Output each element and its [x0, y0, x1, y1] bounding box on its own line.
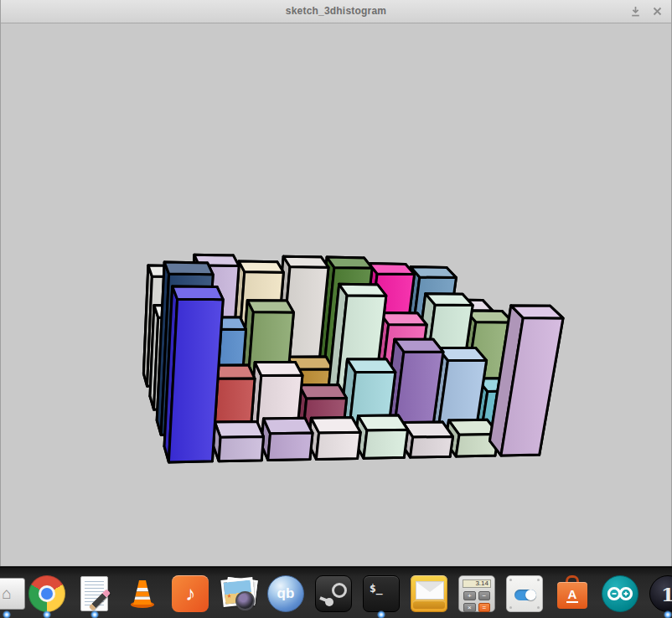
home-glyph: ⌂: [2, 585, 11, 603]
running-indicator: [43, 610, 51, 618]
multiply-key: ×: [463, 603, 476, 612]
calculator-keys: + − × =: [463, 591, 490, 608]
music-icon: ♪: [172, 575, 209, 612]
dock-item-terminal[interactable]: $_: [363, 575, 400, 612]
clipped-app-icon: 1: [649, 575, 672, 612]
software-store-icon: A: [554, 575, 591, 612]
text-editor-icon: [76, 575, 113, 612]
calculator-display: 3.14: [463, 579, 491, 588]
screw-dot: [509, 579, 512, 581]
histogram-3d: [1, 23, 671, 566]
dock-item-mail[interactable]: [411, 575, 447, 612]
equals-key: =: [478, 603, 491, 612]
screw-dot: [537, 579, 540, 581]
app-glyph: 1: [661, 583, 672, 605]
envelope-icon: [416, 581, 444, 600]
music-note-glyph: ♪: [185, 582, 195, 605]
store-letter: A: [568, 588, 577, 600]
dock-item-files[interactable]: ⌂: [0, 575, 25, 612]
qbittorrent-icon: qb: [267, 575, 304, 612]
screw-dot: [509, 606, 512, 609]
terminal-icon: $_: [363, 575, 400, 612]
dock-item-music[interactable]: ♪: [172, 575, 209, 612]
sketch-canvas: [1, 23, 671, 566]
window-title: sketch_3dhistogram: [1, 0, 671, 23]
download-icon[interactable]: [629, 6, 641, 18]
prompt-glyph: $_: [370, 582, 383, 595]
dock-item-qbittorrent[interactable]: qb: [267, 575, 304, 612]
sketch-window: sketch_3dhistogram: [0, 0, 672, 566]
dock: ⌂: [0, 567, 672, 618]
minus-key: −: [478, 591, 491, 600]
settings-icon: [506, 575, 543, 612]
mail-tray: [413, 600, 445, 609]
dock-item-settings[interactable]: [506, 575, 543, 612]
running-indicator: [664, 610, 672, 618]
qb-glyph: qb: [277, 585, 295, 602]
running-indicator: [377, 610, 385, 618]
titlebar[interactable]: sketch_3dhistogram: [1, 0, 671, 23]
dock-item-app-right-edge[interactable]: 1: [649, 575, 672, 612]
shopping-bag: A: [557, 582, 587, 609]
files-icon: ⌂: [0, 578, 25, 610]
close-icon[interactable]: [651, 6, 663, 18]
dock-item-chrome[interactable]: [28, 575, 65, 612]
screw-dot: [537, 606, 540, 609]
dock-item-calculator[interactable]: 3.14 + − × =: [458, 575, 495, 612]
chrome-icon: [28, 575, 65, 612]
steam-icon: [315, 575, 352, 612]
dock-item-arduino[interactable]: [602, 575, 638, 612]
running-indicator: [90, 610, 99, 618]
plus-key: +: [463, 591, 476, 600]
desktop: sketch_3dhistogram: [0, 0, 672, 618]
mail-icon: [411, 575, 447, 612]
photos-icon: [220, 575, 256, 612]
dock-item-photos[interactable]: [220, 575, 256, 612]
toggle-switch-icon: [514, 590, 536, 600]
vlc-cone-icon: [124, 575, 161, 612]
calculator-icon: 3.14 + − × =: [458, 575, 495, 612]
running-indicator: [3, 610, 11, 618]
dock-item-software-store[interactable]: A: [554, 575, 591, 612]
arduino-icon: [602, 575, 638, 612]
dock-item-text-editor[interactable]: [76, 575, 113, 612]
dock-item-steam[interactable]: [315, 575, 352, 612]
store-underline: [566, 601, 578, 603]
dock-item-vlc[interactable]: [124, 575, 161, 612]
titlebar-controls: [629, 0, 663, 23]
camera-lens-icon: [235, 591, 255, 610]
